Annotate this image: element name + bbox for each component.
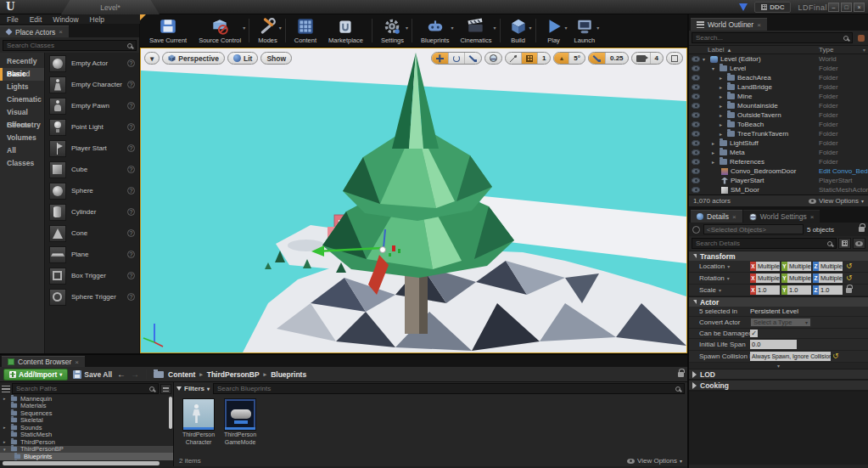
category-cinematic[interactable]: Cinematic	[0, 93, 44, 106]
visibility-eye-icon[interactable]	[692, 112, 700, 118]
lit-mode-button[interactable]: Lit	[227, 52, 258, 65]
outliner-row[interactable]: ▸LandBridgeFolder	[689, 82, 868, 92]
reset-icon[interactable]: ↺	[846, 262, 853, 270]
reset-icon[interactable]: ↺	[832, 352, 839, 360]
lock-icon[interactable]	[678, 372, 684, 377]
expand-icon[interactable]: ▸	[3, 439, 8, 444]
content-browser-tab[interactable]: Content Browser ×	[2, 356, 85, 367]
cooking-section-header[interactable]: Cooking	[689, 381, 868, 392]
world-outliner-tab[interactable]: World Outliner ×	[691, 18, 767, 31]
actor-section-header[interactable]: Actor	[689, 296, 868, 307]
outliner-row[interactable]: ▸BeachAreaFolder	[689, 73, 868, 82]
angle-snap-button[interactable]: ▲	[554, 53, 568, 64]
sources-toggle-icon[interactable]	[2, 385, 10, 392]
visibility-eye-icon[interactable]	[692, 149, 700, 155]
search-assets-box[interactable]	[213, 383, 685, 394]
selection-circle-icon[interactable]	[692, 226, 700, 234]
visibility-eye-icon[interactable]	[692, 168, 700, 174]
breadcrumb-blueprints[interactable]: Blueprints	[271, 370, 306, 379]
build-button[interactable]: Build	[503, 14, 534, 47]
forward-button[interactable]: →	[131, 370, 139, 379]
outliner-view-options[interactable]: View Options▾	[809, 197, 864, 205]
display-filter-button[interactable]	[853, 238, 865, 249]
help-icon[interactable]: ?	[127, 166, 135, 173]
details-search-box[interactable]	[692, 238, 837, 249]
tree-item[interactable]: ▸Mannequin	[0, 395, 173, 403]
property-matrix-button[interactable]	[838, 238, 851, 249]
visibility-eye-icon[interactable]	[692, 187, 700, 193]
close-icon[interactable]: ×	[732, 213, 736, 221]
tree-item[interactable]: Materials	[0, 403, 173, 410]
outliner-row[interactable]: ▸MineFolder	[689, 92, 868, 101]
list-item-empty-character[interactable]: Empty Character?	[45, 74, 139, 95]
source-control-button[interactable]: Source Control	[193, 14, 247, 47]
outliner-row[interactable]: ▸MetaFolder	[689, 148, 868, 157]
filters-button[interactable]: Filters▾	[176, 385, 210, 392]
level-tab[interactable]: Level*	[61, 0, 160, 14]
dropdown-caret-icon[interactable]: ▾	[279, 25, 282, 31]
list-item-cube[interactable]: Cube?	[45, 159, 139, 180]
expand-icon[interactable]: ▸	[720, 75, 725, 81]
category-all-classes[interactable]: All Classes	[0, 144, 44, 157]
menu-window[interactable]: Window	[53, 15, 78, 24]
asset-thirdperson-gamemode[interactable]: ThirdPerson GameMode	[222, 398, 258, 446]
viewport[interactable]: ▾ Perspective Lit Show 1 ▲ 5° 0.25 4	[140, 48, 687, 353]
grid-snap-button[interactable]	[521, 53, 537, 64]
help-icon[interactable]: ?	[127, 187, 135, 195]
modes-button[interactable]: Modes	[252, 14, 283, 47]
help-icon[interactable]: ?	[127, 208, 135, 216]
outliner-row[interactable]: ▸LightStuffFolder	[689, 138, 868, 148]
content-view-options[interactable]: View Options▾	[627, 457, 682, 465]
outliner-row[interactable]: PlayerStartPlayerStart	[689, 176, 868, 185]
close-button[interactable]: ×	[854, 3, 865, 12]
edit-blueprint-link[interactable]: Edit Convo_Bedro	[819, 167, 868, 175]
scale-lock-icon[interactable]	[846, 288, 852, 293]
breadcrumb-content[interactable]: Content	[168, 370, 195, 379]
world-local-toggle[interactable]	[485, 53, 501, 64]
world-settings-tab[interactable]: World Settings ×	[743, 210, 820, 223]
category-geometry[interactable]: Geometry	[0, 119, 44, 132]
expand-icon[interactable]: ▸	[712, 140, 717, 146]
list-item-player-start[interactable]: Player Start?	[45, 138, 139, 159]
camera-speed-value[interactable]: 4	[650, 53, 663, 64]
help-icon[interactable]: ?	[127, 59, 135, 67]
outliner-row[interactable]: Convo_BedroomDoorEdit Convo_Bedro	[689, 166, 868, 176]
tree-item[interactable]: Maps	[0, 460, 173, 461]
expand-icon[interactable]: ▸	[720, 103, 725, 109]
play-button[interactable]: Play	[539, 14, 569, 47]
rotation-z-field[interactable]: Multiple	[819, 273, 843, 283]
outliner-row[interactable]: ▾Level (Editor)World	[689, 54, 868, 64]
menu-edit[interactable]: Edit	[30, 15, 42, 24]
outliner-row[interactable]: ▸TreeTrunkTavernFolder	[689, 129, 868, 138]
tree-item[interactable]: Skeletal	[0, 417, 173, 425]
content-button[interactable]: Content	[288, 14, 322, 47]
spawn-collision-dropdown[interactable]: Always Spawn, Ignore Collisions▾	[750, 352, 831, 361]
outliner-search-input[interactable]	[696, 34, 841, 42]
list-item-cylinder[interactable]: Cylinder?	[45, 201, 139, 223]
details-expander[interactable]: ▾	[689, 363, 868, 369]
expand-icon[interactable]: ▸	[3, 396, 8, 401]
expand-icon[interactable]: ▸	[3, 425, 8, 430]
details-search-input[interactable]	[696, 240, 825, 247]
help-icon[interactable]: ?	[127, 251, 135, 258]
category-basic[interactable]: Basic	[0, 68, 44, 81]
tree-item[interactable]: ▾ThirdPersonBP	[0, 446, 173, 454]
list-item-empty-pawn[interactable]: Empty Pawn?	[45, 95, 139, 116]
help-icon[interactable]: ?	[127, 229, 135, 237]
close-icon[interactable]: ×	[59, 28, 63, 36]
back-button[interactable]: ←	[117, 370, 126, 379]
help-icon[interactable]: ?	[127, 123, 135, 131]
search-classes-input[interactable]	[7, 42, 125, 49]
expand-icon[interactable]: ▸	[720, 121, 725, 127]
column-label[interactable]: Label	[708, 46, 725, 54]
expand-icon[interactable]: ▸	[720, 84, 725, 90]
column-type[interactable]: Type	[819, 46, 833, 54]
outliner-row[interactable]: SM_DoorStaticMeshActor	[689, 185, 868, 195]
lod-section-header[interactable]: LOD	[689, 369, 868, 381]
help-icon[interactable]: ?	[127, 81, 135, 88]
can-be-damaged-checkbox[interactable]: ✓	[750, 330, 758, 337]
save-current-button[interactable]: Save Current	[143, 14, 193, 47]
visibility-eye-icon[interactable]	[692, 84, 700, 90]
angle-snap-value[interactable]: 5°	[568, 53, 585, 64]
blueprints-button[interactable]: Blueprints	[415, 14, 455, 47]
